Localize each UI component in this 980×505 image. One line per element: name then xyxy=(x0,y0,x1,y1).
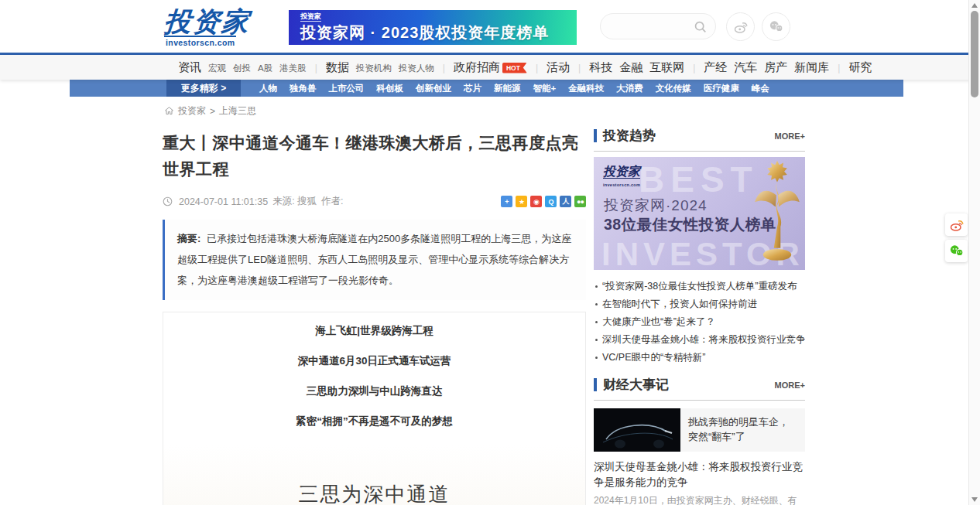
main-nav-item[interactable]: | xyxy=(441,63,447,73)
trend-list-item[interactable]: 深圳天使母基金姚小雄：将来股权投资行业竞争是服务能力的... xyxy=(594,331,805,349)
sub-nav-item[interactable]: 大消费 xyxy=(616,83,643,94)
main-nav-item[interactable]: 投资人物 xyxy=(399,63,434,74)
main-nav-item[interactable]: 金融 xyxy=(619,60,642,75)
trend-list-item[interactable]: “投资家网-38位最佳女性投资人榜单”重磅发布 xyxy=(594,278,805,295)
scrollbar-thumb[interactable] xyxy=(971,11,978,97)
search-icon[interactable] xyxy=(694,20,707,33)
scrollbar[interactable] xyxy=(968,0,980,505)
floating-wechat-icon[interactable] xyxy=(945,240,968,262)
share-wechat-icon[interactable]: ●● xyxy=(574,196,586,207)
abstract-text: 已承接过包括港珠澳大桥海底隧道在内2500多条隧道照明工程的上海三思，为这座超级… xyxy=(177,233,571,286)
breadcrumb-home[interactable]: 投资家 xyxy=(178,104,206,118)
trend-list-item[interactable]: 大健康产业也“卷”起来了？ xyxy=(594,313,805,331)
main-nav-item[interactable]: | xyxy=(577,63,582,73)
main-nav-item[interactable]: | xyxy=(691,63,697,73)
banner-mini-logo: 投资家 xyxy=(300,12,321,22)
main-nav-item[interactable]: 港美股 xyxy=(279,63,307,74)
floating-weibo-icon[interactable] xyxy=(945,213,968,236)
main-nav-item[interactable]: 汽车 xyxy=(734,60,757,75)
trophy-icon xyxy=(752,159,802,267)
article-date: 2024-07-01 11:01:35 xyxy=(179,196,268,207)
main-nav-item[interactable]: 研究 xyxy=(848,60,872,75)
sub-nav-item[interactable]: 医疗健康 xyxy=(704,83,739,94)
featured-article[interactable]: 挑战奔驰的明星车企，突然“翻车”了 xyxy=(594,408,805,452)
sub-nav-item[interactable]: 智能+ xyxy=(533,83,557,94)
banner-title: 投资家网 · 2023股权投资年度榜单 xyxy=(300,22,577,43)
share-renren-icon[interactable]: 人 xyxy=(560,196,571,207)
sub-nav-item[interactable]: 上市公司 xyxy=(329,83,365,94)
trend-more-link[interactable]: MORE+ xyxy=(775,131,805,141)
more-highlights-link[interactable]: 更多精彩 > xyxy=(166,80,241,97)
wechat-icon[interactable] xyxy=(762,12,790,41)
finance-more-link[interactable]: MORE+ xyxy=(775,380,805,390)
trend-list-item[interactable]: 在智能时代下，投资人如何保持前进 xyxy=(594,295,805,313)
sub-nav-item[interactable]: 芯片 xyxy=(464,83,481,94)
breadcrumb-separator: > xyxy=(210,106,215,117)
main-nav-item[interactable]: | xyxy=(534,63,540,73)
article-source: 来源: 搜狐 xyxy=(272,195,317,208)
main-nav-item[interactable]: 投资机构 xyxy=(356,63,392,74)
sidebar-award-banner[interactable]: BEST INVESTOR 投资家 investorscn.com 投资家网·2… xyxy=(594,157,805,270)
sidebar-article[interactable]: 深圳天使母基金姚小雄：将来股权投资行业竞争是服务能力的竞争 2024年1月10日… xyxy=(594,452,805,505)
main-nav-item[interactable]: 政府招商 HOT xyxy=(454,60,527,75)
site-header: 投资家 investorscn.com 投资家 投资家网 · 2023股权投资年… xyxy=(0,0,980,53)
home-icon[interactable] xyxy=(164,106,174,116)
featured-thumbnail xyxy=(594,408,680,452)
sub-nav-item[interactable]: 独角兽 xyxy=(290,83,317,94)
main-nav-item[interactable]: 创投 xyxy=(233,63,251,74)
trend-list-item[interactable]: VC/PE眼中的“专精特新” xyxy=(594,349,805,367)
main-nav-item[interactable]: 房产 xyxy=(764,60,787,75)
sub-nav-item[interactable]: 新能源 xyxy=(494,83,521,94)
main-nav-item[interactable]: 资讯 xyxy=(178,60,201,75)
article-author: 作者: xyxy=(321,195,343,208)
article-paragraph: 三思助力深圳与中山跨海直达 xyxy=(163,385,585,397)
share-qq-icon[interactable]: Q xyxy=(545,196,557,207)
banner-line1: 投资家网·2024 xyxy=(604,196,708,216)
hot-badge: HOT xyxy=(502,63,527,73)
sub-nav-item[interactable]: 人物 xyxy=(259,83,277,94)
article-hero-image: 三思为深中通道 海底隧道、人工岛、管理中心及监控所 xyxy=(163,445,585,505)
main-nav-item[interactable]: 新闻库 xyxy=(794,60,829,75)
content-area: 投资家 > 上海三思 重大丨深中通道今通车！继港珠澳大桥后，三思再度点亮世界工程… xyxy=(163,104,805,505)
article-body: 海上飞虹|世界级跨海工程深中通道6月30日正式通车试运营三思助力深圳与中山跨海直… xyxy=(163,312,586,505)
trend-section-title: 投资趋势 xyxy=(603,127,656,145)
sub-nav-item[interactable]: 创新创业 xyxy=(416,83,451,94)
weibo-icon[interactable] xyxy=(726,12,755,41)
article-paragraph: 海上飞虹|世界级跨海工程 xyxy=(163,325,585,336)
finance-section-header: 财经大事记 MORE+ xyxy=(594,376,805,401)
main-nav-item[interactable]: 科技 xyxy=(589,60,612,75)
scroll-down-arrow[interactable] xyxy=(971,497,978,502)
clock-icon xyxy=(163,196,173,206)
sidebar-article-list: 深圳天使母基金姚小雄：将来股权投资行业竞争是服务能力的竞争 2024年1月10日… xyxy=(594,452,805,505)
sub-nav-item[interactable]: 文化传媒 xyxy=(656,83,691,94)
main-nav-item[interactable]: A股 xyxy=(258,63,272,74)
main-nav-item[interactable]: 活动 xyxy=(547,60,570,75)
article-paragraph: 紧密“相拥”不再是遥不可及的梦想 xyxy=(163,415,585,427)
main-nav-item[interactable]: | xyxy=(314,63,319,73)
scroll-up-arrow[interactable] xyxy=(971,3,978,8)
share-toolbar: +★◉Q人●● xyxy=(501,196,586,207)
featured-title: 挑战奔驰的明星车企，突然“翻车”了 xyxy=(680,408,805,452)
sub-nav-item[interactable]: 峰会 xyxy=(752,83,769,94)
main-nav-item[interactable]: 互联网 xyxy=(649,60,684,75)
breadcrumb-current: 上海三思 xyxy=(219,104,256,118)
abstract-box: 摘要:已承接过包括港珠澳大桥海底隧道在内2500多条隧道照明工程的上海三思，为这… xyxy=(163,220,586,300)
sub-nav-item[interactable]: 金融科技 xyxy=(568,83,604,94)
sidebar: 投资趋势 MORE+ BEST INVESTOR 投资家 investorscn… xyxy=(594,124,805,505)
share-expand-icon[interactable]: + xyxy=(501,196,512,207)
main-nav-item[interactable]: | xyxy=(836,63,841,73)
main-nav-item[interactable]: 宏观 xyxy=(208,63,226,74)
award-banner-link[interactable]: 投资家 投资家网 · 2023股权投资年度榜单 xyxy=(289,10,577,45)
site-logo[interactable]: 投资家 investorscn.com xyxy=(164,7,250,47)
sub-nav-item[interactable]: 科创板 xyxy=(377,83,404,94)
share-qzone-icon[interactable]: ★ xyxy=(516,196,527,207)
car-image xyxy=(594,408,680,452)
page: 投资家 investorscn.com 投资家 投资家网 · 2023股权投资年… xyxy=(0,0,980,505)
search-box[interactable] xyxy=(600,13,716,39)
main-nav-item[interactable]: 数据 xyxy=(326,60,349,75)
site-logo-domain: investorscn.com xyxy=(164,36,236,47)
section-accent-bar xyxy=(594,378,597,391)
share-weibo-icon[interactable]: ◉ xyxy=(530,196,542,207)
article-title: 重大丨深中通道今通车！继港珠澳大桥后，三思再度点亮世界工程 xyxy=(163,130,586,183)
main-nav-item[interactable]: 产经 xyxy=(704,60,727,75)
